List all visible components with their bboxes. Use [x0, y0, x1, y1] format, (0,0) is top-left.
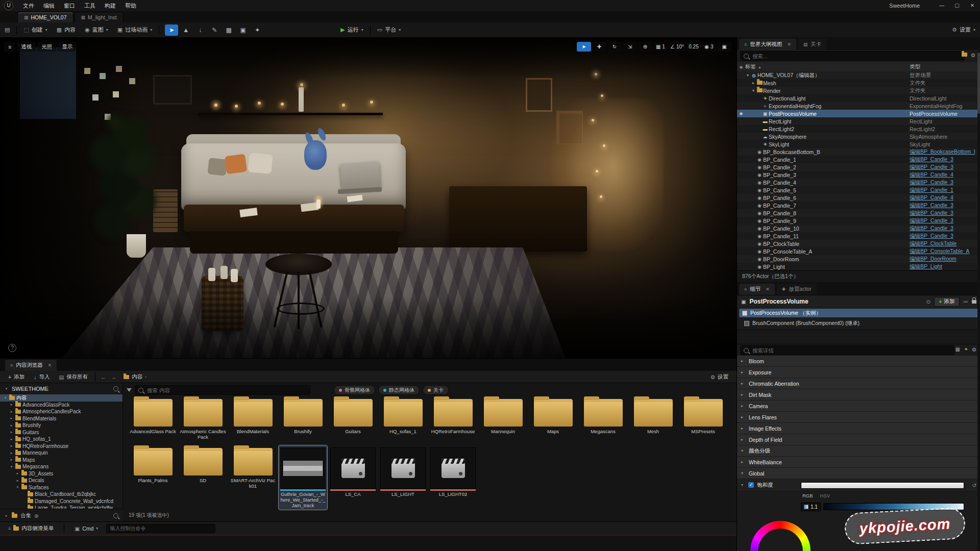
back-icon[interactable]: ← [99, 374, 108, 380]
scrollbar-thumb[interactable] [977, 53, 980, 114]
folder-asset-tile[interactable]: Atmospheric CandlesPack [179, 396, 227, 441]
edit-blueprint-link[interactable]: 编辑BP_Candle_3 [910, 164, 975, 171]
chevron-right-icon[interactable]: ▸ [9, 458, 14, 462]
tab-levels[interactable]: ▤关卡 [798, 39, 827, 50]
edit-blueprint-link[interactable]: 编辑BP_Candle_3 [910, 210, 975, 217]
sequence-asset-tile[interactable]: LS_CA [329, 445, 377, 510]
perspective-button[interactable]: 透视 [17, 42, 36, 52]
folder-tree-item[interactable]: Damaged_Concrete_Wall_vdcnfcd [0, 498, 122, 505]
saturation-preview-bar[interactable] [801, 482, 964, 489]
blueprint-button[interactable]: ◉蓝图▾ [80, 22, 113, 37]
details-category-row[interactable]: ▸Depth of Field [737, 434, 980, 445]
folder-asset-tile[interactable]: Plants_Palms [129, 445, 177, 510]
outliner-row[interactable]: ◉BP_ConsoleTable_A编辑BP_ConsoleTable_A [737, 247, 980, 255]
filter-funnel-icon[interactable] [127, 388, 132, 392]
select-tool-button[interactable]: ➤ [577, 42, 591, 52]
minimize-button[interactable]: — [934, 0, 949, 11]
folder-tree-item[interactable]: ▾Megascans [0, 463, 122, 470]
edit-blueprint-link[interactable]: 编辑BP_Candle_3 [910, 217, 975, 224]
outliner-row[interactable]: ◉BP_Candle_7编辑BP_Candle_3 [737, 202, 980, 209]
cb-breadcrumb[interactable]: 内容› [119, 371, 151, 383]
chevron-right-icon[interactable]: ▸ [741, 415, 745, 419]
lit-mode-button[interactable]: 光照 [37, 42, 56, 52]
rotation-snap-button[interactable]: ∠10° [669, 42, 685, 52]
favorites-star-icon[interactable]: ✦ [964, 346, 968, 352]
edit-blueprint-link[interactable]: 编辑BP_ClockTable [910, 240, 975, 247]
folder-asset-tile[interactable]: HQ_sofas_1 [379, 396, 427, 441]
edit-blueprint-link[interactable]: 编辑BP_Candle_1 [910, 187, 975, 194]
menu-item[interactable]: 工具 [80, 2, 100, 10]
chevron-right-icon[interactable]: ▸ [9, 430, 14, 434]
scale-tool-button[interactable]: ⇲ [623, 42, 637, 52]
fracture-mode-button[interactable]: ▣ [236, 24, 250, 36]
outliner-row[interactable]: ◉BP_Candle_1编辑BP_Candle_3 [737, 156, 980, 163]
chevron-right-icon[interactable]: ▸ [9, 403, 14, 407]
world-space-button[interactable]: ⊕ [638, 42, 652, 52]
folder-asset-tile[interactable]: Mannequin [479, 396, 527, 441]
folder-tree-item[interactable]: ▸BlendMaterials [0, 415, 122, 422]
paint-brush-mode-button[interactable]: ✎ [208, 24, 221, 36]
chevron-right-icon[interactable]: ▸ [741, 359, 745, 363]
lock-icon[interactable] [972, 300, 976, 304]
edit-blueprint-link[interactable]: 编辑BP_Candle_3 [910, 156, 975, 163]
chevron-down-icon[interactable]: ▾ [745, 73, 750, 78]
tab-details[interactable]: ≡细节✕ [739, 284, 775, 295]
outliner-row[interactable]: ◉BP_Light编辑BP_Light [737, 263, 980, 270]
platform-button[interactable]: ▭平台▾ [373, 22, 405, 37]
search-icon[interactable] [113, 513, 118, 518]
column-type[interactable]: 类型 [910, 63, 975, 70]
outliner-row[interactable]: ▾Render文件夹 [737, 87, 980, 94]
level-viewport[interactable]: ≡ 透视 光照 显示 ➤ ✚ ↻ ⇲ ⊕ ▦1 ∠10° 0.25 ◉3 ▣ ? [0, 37, 737, 358]
folder-asset-tile[interactable]: BlendMaterials [229, 396, 277, 441]
animation-mode-button[interactable]: ✦ [251, 24, 264, 36]
details-category-row[interactable]: ▸Camera [737, 400, 980, 412]
menu-item[interactable]: 窗口 [59, 2, 80, 10]
outliner-row[interactable]: ☀DirectionalLightDirectionalLight [737, 94, 980, 102]
play-button[interactable]: ▶运行▾ [336, 22, 368, 37]
folder-asset-tile[interactable]: Guitars [329, 396, 377, 441]
menu-item[interactable]: 文件 [18, 2, 39, 10]
chevron-right-icon[interactable]: ▸ [741, 460, 745, 464]
cmd-button[interactable]: ▣Cmd▾ [70, 523, 102, 534]
cb-import-button[interactable]: ↓导入 [30, 371, 54, 383]
folder-asset-tile[interactable]: SD [179, 445, 227, 510]
chevron-right-icon[interactable]: ▸ [741, 426, 745, 431]
folder-asset-tile[interactable]: Megascans [579, 396, 627, 441]
folder-tree-item[interactable]: ▾Surfaces [0, 484, 122, 491]
chevron-right-icon[interactable]: ▸ [741, 381, 745, 386]
folder-tree-item[interactable]: ▸Maps [0, 457, 122, 464]
outliner-row[interactable]: ◉BP_Candle_5编辑BP_Candle_1 [737, 186, 980, 194]
right-panel-scrollbar[interactable] [977, 51, 980, 550]
edit-blueprint-link[interactable]: 编辑BP_Candle_3 [910, 225, 975, 232]
search-icon[interactable] [113, 386, 118, 391]
folder-tree-item[interactable]: ▾内容 [0, 394, 122, 402]
chevron-right-icon[interactable]: ▸ [9, 437, 14, 441]
edit-blueprint-link[interactable]: 编辑BP_Candle_3 [910, 179, 975, 186]
chevron-right-icon[interactable]: ▸ [741, 437, 745, 442]
audio-asset-tile[interactable]: Guthrie_Govan_-_Where_We_Started_-_Jam_t… [279, 445, 327, 510]
scale-snap-button[interactable]: 0.25 [687, 42, 701, 52]
details-category-row[interactable]: ▸Chromatic Aberration [737, 378, 980, 389]
sequence-asset-tile[interactable]: LS_LIGHT02 [429, 445, 477, 510]
filter-chip[interactable]: 静态网格体 [378, 385, 420, 395]
details-display-icon[interactable]: ▦ [955, 346, 960, 352]
details-options-icon[interactable]: ≔ [963, 298, 969, 305]
chevron-right-icon[interactable]: ▸ [751, 81, 756, 85]
close-icon[interactable]: ✕ [787, 42, 791, 47]
tab-world-outliner[interactable]: ≡世界大纲视图✕ [739, 39, 796, 50]
outliner-row[interactable]: ▾◍HOME_VOL07（编辑器）世界场景 [737, 71, 980, 79]
outliner-row[interactable]: ◉BP_Candle_10编辑BP_Candle_3 [737, 224, 980, 232]
forward-icon[interactable]: → [109, 374, 119, 380]
console-command-input[interactable] [106, 524, 215, 533]
outliner-row[interactable]: ▬RectLight2RectLight2 [737, 125, 980, 133]
outliner-row[interactable]: ◉BP_BookcaseBottom_B编辑BP_BookcaseBottom_… [737, 148, 980, 156]
menu-item[interactable]: 帮助 [120, 2, 141, 10]
chevron-right-icon[interactable]: ▸ [9, 423, 14, 428]
content-drawer-button[interactable]: ≡内容侧滑菜单 [4, 523, 58, 534]
add-component-button[interactable]: +添加 [934, 297, 959, 307]
folder-tree-item[interactable]: ▸HQ_sofas_1 [0, 436, 122, 443]
color-wheel[interactable] [750, 521, 811, 551]
outliner-row[interactable]: ◉BP_DoorRoom编辑BP_DoorRoom [737, 255, 980, 263]
settings-button[interactable]: ⚙设置▾ [947, 22, 980, 37]
details-category-row[interactable]: ▸Dirt Mask [737, 389, 980, 400]
